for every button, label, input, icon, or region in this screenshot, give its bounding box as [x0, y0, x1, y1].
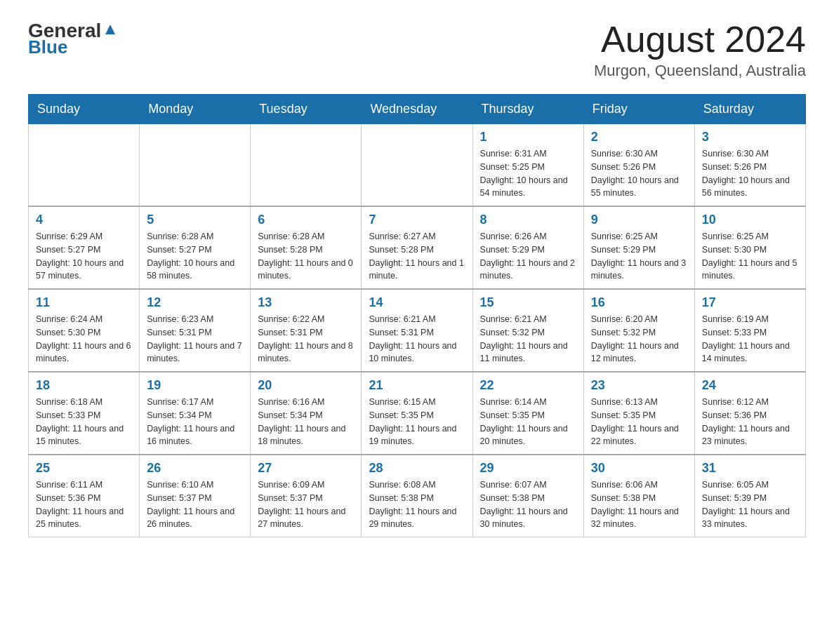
day-cell: 29Sunrise: 6:07 AMSunset: 5:38 PMDayligh… — [472, 455, 583, 537]
day-number: 8 — [480, 213, 576, 227]
title-section: August 2024 Murgon, Queensland, Australi… — [594, 21, 806, 80]
day-number: 16 — [591, 295, 687, 310]
day-header-tuesday: Tuesday — [251, 95, 362, 124]
day-cell: 31Sunrise: 6:05 AMSunset: 5:39 PMDayligh… — [694, 455, 805, 537]
week-row-4: 18Sunrise: 6:18 AMSunset: 5:33 PMDayligh… — [29, 372, 806, 455]
day-info: Sunrise: 6:09 AMSunset: 5:37 PMDaylight:… — [258, 478, 354, 531]
day-header-friday: Friday — [583, 95, 694, 124]
day-cell: 10Sunrise: 6:25 AMSunset: 5:30 PMDayligh… — [694, 206, 805, 289]
page-header: General Blue August 2024 Murgon, Queensl… — [28, 21, 806, 80]
day-cell: 23Sunrise: 6:13 AMSunset: 5:35 PMDayligh… — [583, 372, 694, 455]
day-number: 11 — [36, 295, 132, 310]
day-number: 13 — [258, 295, 354, 310]
week-row-5: 25Sunrise: 6:11 AMSunset: 5:36 PMDayligh… — [29, 455, 806, 537]
day-cell: 22Sunrise: 6:14 AMSunset: 5:35 PMDayligh… — [472, 372, 583, 455]
day-number: 26 — [147, 461, 243, 476]
day-number: 12 — [147, 295, 243, 310]
day-cell: 9Sunrise: 6:25 AMSunset: 5:29 PMDaylight… — [583, 206, 694, 289]
day-cell: 6Sunrise: 6:28 AMSunset: 5:28 PMDaylight… — [251, 206, 362, 289]
day-info: Sunrise: 6:20 AMSunset: 5:32 PMDaylight:… — [591, 313, 687, 365]
day-number: 17 — [702, 295, 798, 310]
day-number: 18 — [36, 378, 132, 393]
day-number: 10 — [702, 213, 798, 227]
day-cell: 18Sunrise: 6:18 AMSunset: 5:33 PMDayligh… — [29, 372, 140, 455]
day-cell: 7Sunrise: 6:27 AMSunset: 5:28 PMDaylight… — [362, 206, 472, 289]
day-cell: 27Sunrise: 6:09 AMSunset: 5:37 PMDayligh… — [251, 455, 362, 537]
day-cell: 14Sunrise: 6:21 AMSunset: 5:31 PMDayligh… — [362, 289, 472, 372]
day-info: Sunrise: 6:08 AMSunset: 5:38 PMDaylight:… — [369, 478, 465, 531]
day-info: Sunrise: 6:24 AMSunset: 5:30 PMDaylight:… — [36, 313, 132, 365]
day-number: 6 — [258, 213, 354, 227]
day-info: Sunrise: 6:06 AMSunset: 5:38 PMDaylight:… — [591, 478, 687, 531]
day-cell: 13Sunrise: 6:22 AMSunset: 5:31 PMDayligh… — [251, 289, 362, 372]
day-cell: 1Sunrise: 6:31 AMSunset: 5:25 PMDaylight… — [472, 124, 583, 207]
day-number: 21 — [369, 378, 465, 393]
day-info: Sunrise: 6:28 AMSunset: 5:27 PMDaylight:… — [147, 230, 243, 283]
day-info: Sunrise: 6:22 AMSunset: 5:31 PMDaylight:… — [258, 313, 354, 365]
day-info: Sunrise: 6:25 AMSunset: 5:30 PMDaylight:… — [702, 230, 798, 283]
day-info: Sunrise: 6:05 AMSunset: 5:39 PMDaylight:… — [702, 478, 798, 531]
day-header-thursday: Thursday — [472, 95, 583, 124]
day-number: 31 — [702, 461, 798, 476]
day-cell: 21Sunrise: 6:15 AMSunset: 5:35 PMDayligh… — [362, 372, 472, 455]
day-cell: 17Sunrise: 6:19 AMSunset: 5:33 PMDayligh… — [694, 289, 805, 372]
logo-blue: Blue — [28, 38, 67, 56]
day-info: Sunrise: 6:07 AMSunset: 5:38 PMDaylight:… — [480, 478, 576, 531]
week-row-1: 1Sunrise: 6:31 AMSunset: 5:25 PMDaylight… — [29, 124, 806, 207]
day-number: 24 — [702, 378, 798, 393]
location: Murgon, Queensland, Australia — [594, 62, 806, 80]
day-cell — [362, 124, 472, 207]
day-cell: 16Sunrise: 6:20 AMSunset: 5:32 PMDayligh… — [583, 289, 694, 372]
day-info: Sunrise: 6:30 AMSunset: 5:26 PMDaylight:… — [702, 147, 798, 200]
day-info: Sunrise: 6:27 AMSunset: 5:28 PMDaylight:… — [369, 230, 465, 283]
day-info: Sunrise: 6:25 AMSunset: 5:29 PMDaylight:… — [591, 230, 687, 283]
day-info: Sunrise: 6:11 AMSunset: 5:36 PMDaylight:… — [36, 478, 132, 531]
day-header-sunday: Sunday — [29, 95, 140, 124]
day-info: Sunrise: 6:14 AMSunset: 5:35 PMDaylight:… — [480, 396, 576, 448]
day-number: 27 — [258, 461, 354, 476]
day-info: Sunrise: 6:17 AMSunset: 5:34 PMDaylight:… — [147, 396, 243, 448]
day-number: 14 — [369, 295, 465, 310]
day-info: Sunrise: 6:21 AMSunset: 5:32 PMDaylight:… — [480, 313, 576, 365]
day-header-monday: Monday — [140, 95, 251, 124]
day-number: 15 — [480, 295, 576, 310]
day-info: Sunrise: 6:16 AMSunset: 5:34 PMDaylight:… — [258, 396, 354, 448]
day-cell: 2Sunrise: 6:30 AMSunset: 5:26 PMDaylight… — [583, 124, 694, 207]
day-number: 9 — [591, 213, 687, 227]
day-number: 20 — [258, 378, 354, 393]
logo: General Blue — [28, 21, 118, 56]
day-number: 19 — [147, 378, 243, 393]
day-cell: 15Sunrise: 6:21 AMSunset: 5:32 PMDayligh… — [472, 289, 583, 372]
day-info: Sunrise: 6:18 AMSunset: 5:33 PMDaylight:… — [36, 396, 132, 448]
day-cell: 26Sunrise: 6:10 AMSunset: 5:37 PMDayligh… — [140, 455, 251, 537]
calendar-table: SundayMondayTuesdayWednesdayThursdayFrid… — [28, 94, 806, 537]
day-cell — [29, 124, 140, 207]
day-cell: 8Sunrise: 6:26 AMSunset: 5:29 PMDaylight… — [472, 206, 583, 289]
day-info: Sunrise: 6:10 AMSunset: 5:37 PMDaylight:… — [147, 478, 243, 531]
day-number: 22 — [480, 378, 576, 393]
day-info: Sunrise: 6:19 AMSunset: 5:33 PMDaylight:… — [702, 313, 798, 365]
day-info: Sunrise: 6:15 AMSunset: 5:35 PMDaylight:… — [369, 396, 465, 448]
day-info: Sunrise: 6:13 AMSunset: 5:35 PMDaylight:… — [591, 396, 687, 448]
day-cell: 4Sunrise: 6:29 AMSunset: 5:27 PMDaylight… — [29, 206, 140, 289]
day-info: Sunrise: 6:26 AMSunset: 5:29 PMDaylight:… — [480, 230, 576, 283]
day-number: 7 — [369, 213, 465, 227]
day-info: Sunrise: 6:23 AMSunset: 5:31 PMDaylight:… — [147, 313, 243, 365]
day-cell: 28Sunrise: 6:08 AMSunset: 5:38 PMDayligh… — [362, 455, 472, 537]
week-row-3: 11Sunrise: 6:24 AMSunset: 5:30 PMDayligh… — [29, 289, 806, 372]
day-cell: 24Sunrise: 6:12 AMSunset: 5:36 PMDayligh… — [694, 372, 805, 455]
day-number: 28 — [369, 461, 465, 476]
day-cell: 30Sunrise: 6:06 AMSunset: 5:38 PMDayligh… — [583, 455, 694, 537]
day-header-wednesday: Wednesday — [362, 95, 472, 124]
day-number: 3 — [702, 130, 798, 145]
day-info: Sunrise: 6:30 AMSunset: 5:26 PMDaylight:… — [591, 147, 687, 200]
day-number: 5 — [147, 213, 243, 227]
day-cell: 3Sunrise: 6:30 AMSunset: 5:26 PMDaylight… — [694, 124, 805, 207]
day-cell: 11Sunrise: 6:24 AMSunset: 5:30 PMDayligh… — [29, 289, 140, 372]
day-header-saturday: Saturday — [694, 95, 805, 124]
svg-marker-0 — [105, 25, 115, 34]
day-number: 2 — [591, 130, 687, 145]
day-number: 30 — [591, 461, 687, 476]
day-info: Sunrise: 6:21 AMSunset: 5:31 PMDaylight:… — [369, 313, 465, 365]
header-row: SundayMondayTuesdayWednesdayThursdayFrid… — [29, 95, 806, 124]
